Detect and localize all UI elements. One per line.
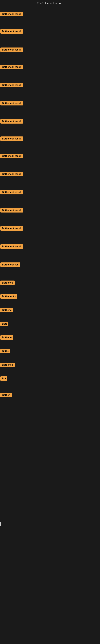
bottleneck-badge-23[interactable]: Bot: [0, 376, 7, 381]
bottleneck-badge-6[interactable]: Bottleneck result: [0, 101, 23, 106]
bottleneck-badge-21[interactable]: Bottle: [0, 349, 10, 354]
result-row-15[interactable]: Bottleneck res: [0, 262, 20, 268]
bottleneck-badge-24[interactable]: Bottlen: [0, 393, 12, 397]
bottleneck-badge-8[interactable]: Bottleneck result: [0, 136, 23, 141]
result-row-16[interactable]: Bottlenec: [0, 280, 15, 286]
bottleneck-badge-18[interactable]: Bottlene: [0, 308, 13, 312]
bottleneck-badge-2[interactable]: Bottleneck result: [0, 29, 23, 34]
bottleneck-badge-13[interactable]: Bottleneck result: [0, 226, 23, 231]
result-row-19[interactable]: Bott: [0, 322, 8, 327]
bottleneck-badge-9[interactable]: Bottleneck result: [0, 154, 23, 158]
result-row-7[interactable]: Bottleneck result: [0, 119, 23, 124]
bottleneck-badge-22[interactable]: Bottlenec: [0, 363, 15, 367]
result-row-12[interactable]: Bottleneck result: [0, 208, 23, 213]
result-row-14[interactable]: Bottleneck result: [0, 244, 23, 250]
bottleneck-badge-10[interactable]: Bottleneck result: [0, 172, 23, 176]
result-row-9[interactable]: Bottleneck result: [0, 154, 23, 159]
result-row-17[interactable]: Bottleneck r: [0, 294, 17, 300]
bottleneck-badge-11[interactable]: Bottleneck result: [0, 190, 23, 194]
bottleneck-badge-20[interactable]: Bottlene: [0, 335, 13, 340]
bottleneck-badge-7[interactable]: Bottleneck result: [0, 119, 23, 124]
bottleneck-badge-19[interactable]: Bott: [0, 322, 8, 326]
result-row-2[interactable]: Bottleneck result: [0, 29, 23, 34]
result-row-20[interactable]: Bottlene: [0, 335, 13, 340]
result-row-4[interactable]: Bottleneck result: [0, 65, 23, 70]
result-row-8[interactable]: Bottleneck result: [0, 136, 23, 142]
result-row-13[interactable]: Bottleneck result: [0, 226, 23, 232]
result-row-3[interactable]: Bottleneck result: [0, 48, 23, 53]
bottleneck-badge-1[interactable]: Bottleneck result: [0, 12, 23, 16]
result-row-11[interactable]: Bottleneck result: [0, 190, 23, 195]
bottleneck-badge-12[interactable]: Bottleneck result: [0, 208, 23, 212]
bottleneck-badge-14[interactable]: Bottleneck result: [0, 244, 23, 249]
result-row-21[interactable]: Bottle: [0, 349, 10, 354]
bottleneck-badge-16[interactable]: Bottlenec: [0, 280, 15, 285]
bottleneck-badge-17[interactable]: Bottleneck r: [0, 294, 17, 299]
bottleneck-badge-3[interactable]: Bottleneck result: [0, 48, 23, 52]
result-row-22[interactable]: Bottlenec: [0, 363, 15, 368]
text-cursor: [0, 522, 1, 526]
bottleneck-badge-5[interactable]: Bottleneck result: [0, 83, 23, 87]
result-row-10[interactable]: Bottleneck result: [0, 172, 23, 177]
bottleneck-badge-4[interactable]: Bottleneck result: [0, 65, 23, 69]
result-row-5[interactable]: Bottleneck result: [0, 83, 23, 88]
bottleneck-badge-15[interactable]: Bottleneck res: [0, 262, 20, 267]
result-row-1[interactable]: Bottleneck result: [0, 12, 23, 17]
result-row-23[interactable]: Bot: [0, 376, 7, 382]
result-row-6[interactable]: Bottleneck result: [0, 101, 23, 106]
site-title: TheBottlenecker.com: [0, 0, 100, 6]
result-row-18[interactable]: Bottlene: [0, 308, 13, 313]
result-row-24[interactable]: Bottlen: [0, 393, 12, 398]
